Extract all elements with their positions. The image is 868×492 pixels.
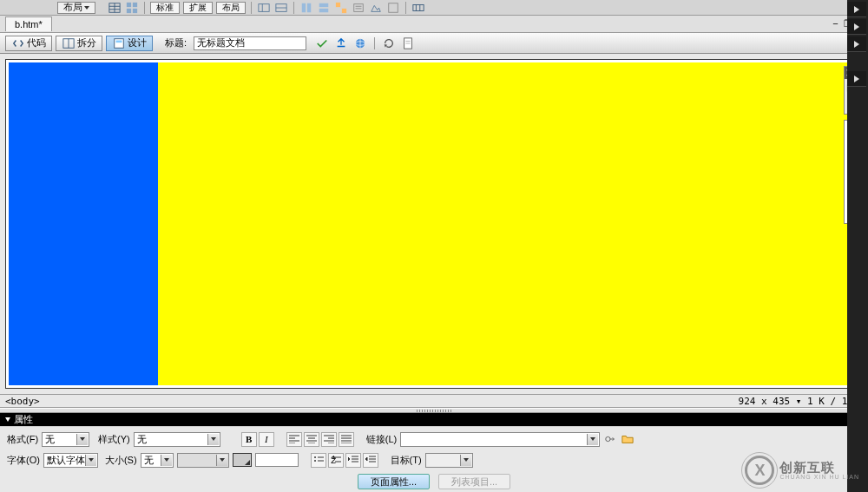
svg-rect-26 <box>116 40 122 43</box>
align-center-button[interactable] <box>304 432 319 447</box>
yellow-div[interactable] <box>158 62 859 385</box>
layout-tool-8[interactable] <box>386 1 400 15</box>
layout-tool-3[interactable] <box>299 1 313 15</box>
svg-rect-4 <box>127 2 131 6</box>
document-tab-bar: b.htm* − ❐ × <box>0 16 868 33</box>
logo-watermark: X 创新互联 CHUANG XIN HU LIAN <box>745 456 859 485</box>
svg-rect-16 <box>336 2 340 6</box>
size-label: 大小(S) <box>105 454 137 467</box>
layout-tool-4[interactable] <box>317 1 331 15</box>
layout-tool-5[interactable] <box>334 1 348 15</box>
tab-layout[interactable]: 布局 <box>216 2 246 14</box>
layout-tool-7[interactable] <box>369 1 383 15</box>
bold-button[interactable]: B <box>241 432 257 447</box>
logo-name: 创新互联 <box>779 461 859 474</box>
title-input[interactable] <box>194 36 306 50</box>
svg-rect-17 <box>342 8 346 12</box>
code-view-label: 代码 <box>27 36 46 49</box>
svg-rect-6 <box>127 8 131 12</box>
design-canvas[interactable] <box>5 59 863 389</box>
svg-rect-15 <box>319 8 329 11</box>
svg-rect-7 <box>133 8 137 12</box>
validate-icon[interactable] <box>315 36 329 50</box>
tab-standard[interactable]: 标准 <box>150 2 180 14</box>
svg-point-35 <box>314 460 316 462</box>
style-select[interactable]: 无 <box>134 432 220 447</box>
layout-tool-9[interactable] <box>411 1 425 15</box>
list-items-button[interactable]: 列表项目... <box>438 474 510 489</box>
svg-rect-18 <box>354 3 364 11</box>
properties-title: 属性 <box>14 413 33 426</box>
globe-icon[interactable] <box>353 36 367 50</box>
svg-rect-20 <box>413 4 424 10</box>
align-left-button[interactable] <box>286 432 302 447</box>
rail-expand-2[interactable] <box>847 19 866 35</box>
link-label: 链接(L) <box>366 433 397 446</box>
format-select[interactable]: 无 <box>42 432 89 447</box>
tag-path[interactable]: <body> <box>5 396 40 407</box>
layout-menu[interactable]: 布局 <box>57 2 95 14</box>
layout-tool-2[interactable] <box>274 1 288 15</box>
design-view-label: 设计 <box>128 36 147 49</box>
svg-point-33 <box>606 436 610 441</box>
split-view-button[interactable]: 拆分 <box>56 36 102 51</box>
logo-mark: X <box>745 456 774 485</box>
indent-button[interactable] <box>363 453 378 468</box>
split-view-label: 拆分 <box>77 36 96 49</box>
view-toolbar: 代码 拆分 设计 标题: <box>0 33 868 54</box>
link-select[interactable] <box>400 432 600 447</box>
window-minimize[interactable]: − <box>832 18 838 30</box>
font-label: 字体(O) <box>7 454 40 467</box>
svg-rect-8 <box>259 3 269 11</box>
design-icon <box>112 36 126 50</box>
rail-expand-4[interactable] <box>847 71 866 87</box>
point-to-file-icon[interactable] <box>603 432 617 446</box>
size-select[interactable]: 无 <box>141 453 174 468</box>
grid-icon[interactable] <box>125 1 139 15</box>
italic-button[interactable]: I <box>259 432 274 447</box>
outdent-button[interactable] <box>345 453 361 468</box>
style-label: 样式(Y) <box>98 433 130 446</box>
status-bar: <body> 924 x 435 ▾ 1 K / 1 秒 <box>0 394 868 408</box>
table-icon[interactable] <box>108 1 122 15</box>
layout-tool-1[interactable] <box>257 1 271 15</box>
code-icon <box>11 36 25 50</box>
text-color-picker[interactable] <box>233 453 252 467</box>
document-tab-label: b.htm* <box>15 19 43 30</box>
layout-tool-6[interactable] <box>352 1 365 15</box>
rail-expand-3[interactable] <box>847 36 866 52</box>
color-hex-input[interactable] <box>255 453 299 467</box>
page-icon[interactable] <box>401 36 415 50</box>
properties-header[interactable]: 属性 <box>0 413 868 426</box>
rail-expand-1[interactable] <box>847 2 866 17</box>
upload-icon[interactable] <box>334 36 348 50</box>
browse-folder-icon[interactable] <box>621 432 635 446</box>
font-select[interactable]: 默认字体 <box>43 453 98 468</box>
align-justify-button[interactable] <box>339 432 354 447</box>
svg-rect-19 <box>389 3 398 12</box>
align-right-button[interactable] <box>321 432 337 447</box>
svg-rect-13 <box>307 3 311 12</box>
design-view-button[interactable]: 设计 <box>106 36 153 51</box>
code-view-button[interactable]: 代码 <box>5 36 52 51</box>
layout-menu-label: 布局 <box>63 1 82 14</box>
document-tab[interactable]: b.htm* <box>5 16 52 31</box>
blue-div[interactable] <box>9 62 158 385</box>
tab-extend[interactable]: 扩展 <box>183 2 213 14</box>
chevron-down-icon <box>84 6 89 10</box>
properties-panel: ? 格式(F) 无 样式(Y) 无 B I 链接(L) 字体(O) 默认字体 大… <box>0 426 868 492</box>
svg-point-34 <box>314 456 316 458</box>
page-properties-button[interactable]: 页面属性... <box>358 474 430 489</box>
top-toolbar: 布局 标准 扩展 布局 <box>0 0 868 16</box>
svg-rect-12 <box>302 3 306 12</box>
refresh-icon[interactable] <box>382 36 396 50</box>
dimensions-readout[interactable]: 924 x 435 ▾ 1 K / 1 秒 <box>739 395 863 408</box>
ordered-list-button[interactable]: 12 <box>328 453 344 468</box>
size-unit-select[interactable] <box>177 453 229 468</box>
format-label: 格式(F) <box>7 433 38 446</box>
target-label: 目标(T) <box>391 454 422 467</box>
unordered-list-button[interactable] <box>311 453 326 468</box>
svg-rect-14 <box>319 3 329 6</box>
svg-rect-5 <box>133 2 137 6</box>
target-select[interactable] <box>425 453 473 468</box>
